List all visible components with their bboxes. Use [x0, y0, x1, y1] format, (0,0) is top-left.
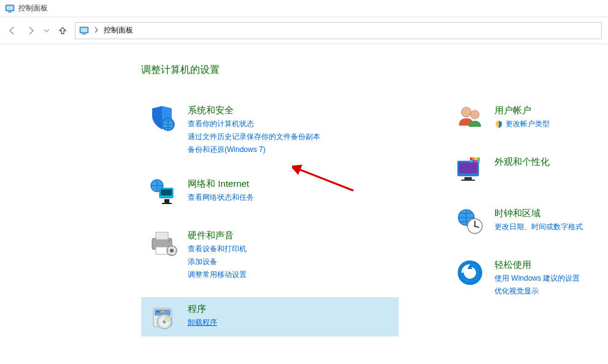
navigation-bar: 控制面板: [0, 17, 608, 44]
category-title[interactable]: 程序: [188, 303, 217, 315]
svg-rect-33: [475, 157, 477, 160]
category-link[interactable]: 更改日期、时间或数字格式: [494, 222, 583, 232]
svg-rect-32: [472, 157, 475, 160]
category-link[interactable]: 使用 Windows 建议的设置: [494, 273, 580, 284]
category-link[interactable]: 优化视觉显示: [494, 286, 580, 297]
ease-of-access-icon: [455, 258, 485, 287]
svg-rect-2: [8, 12, 12, 12]
svg-rect-37: [475, 160, 477, 162]
category-title[interactable]: 硬件和声音: [188, 230, 247, 241]
svg-rect-29: [464, 177, 472, 180]
shield-globe-icon: [148, 104, 178, 133]
category-link-label: 更改帐户类型: [506, 119, 550, 129]
category-clock-region[interactable]: 时钟和区域 更改日期、时间或数字格式: [448, 202, 607, 241]
category-title[interactable]: 外观和个性化: [494, 156, 550, 168]
titlebar: 控制面板: [0, 0, 608, 17]
svg-rect-11: [162, 203, 172, 204]
svg-rect-38: [477, 160, 480, 162]
category-title[interactable]: 网络和 Internet: [188, 178, 254, 190]
history-dropdown[interactable]: [43, 28, 50, 34]
svg-rect-30: [461, 180, 475, 181]
svg-rect-4: [81, 28, 88, 32]
svg-point-17: [170, 249, 174, 252]
users-icon: [455, 104, 485, 133]
chevron-right-icon: [94, 27, 99, 34]
svg-rect-28: [459, 162, 477, 173]
svg-rect-1: [7, 6, 13, 10]
uac-shield-icon: [494, 120, 503, 129]
svg-rect-31: [470, 157, 472, 160]
content-area: 调整计算机的设置 系统和安全 查看你的计算机状态 通过文件历史记录保存你的: [0, 44, 608, 361]
category-ease-of-access[interactable]: 轻松使用 使用 Windows 建议的设置 优化视觉显示: [448, 253, 607, 301]
control-panel-icon: [79, 26, 89, 36]
control-panel-icon: [5, 4, 15, 13]
svg-point-25: [461, 107, 471, 117]
category-title[interactable]: 时钟和区域: [494, 208, 583, 219]
clock-globe-icon: [455, 207, 485, 236]
printer-icon: [148, 229, 178, 258]
category-appearance-personalization[interactable]: 外观和个性化: [448, 150, 607, 189]
svg-rect-9: [161, 189, 172, 195]
category-link[interactable]: 调整常用移动设置: [188, 270, 247, 280]
category-link[interactable]: 查看网络状态和任务: [188, 192, 254, 203]
network-icon: [148, 177, 178, 207]
window-title: 控制面板: [18, 3, 48, 13]
category-system-security[interactable]: 系统和安全 查看你的计算机状态 通过文件历史记录保存你的文件备份副本 备份和还原…: [141, 99, 399, 160]
svg-rect-20: [156, 311, 160, 313]
svg-rect-34: [477, 157, 480, 160]
page-heading: 调整计算机的设置: [141, 64, 608, 77]
category-programs[interactable]: 程序 卸载程序: [141, 297, 399, 336]
category-link[interactable]: 添加设备: [188, 257, 247, 267]
svg-point-41: [474, 226, 476, 227]
monitor-colors-icon: [455, 155, 485, 184]
up-button[interactable]: [56, 25, 69, 37]
forward-button[interactable]: [25, 25, 37, 37]
svg-rect-14: [156, 247, 168, 254]
svg-rect-36: [472, 160, 475, 162]
svg-rect-5: [82, 34, 86, 34]
svg-rect-35: [470, 160, 472, 162]
breadcrumb-root[interactable]: 控制面板: [104, 25, 133, 36]
category-network-internet[interactable]: 网络和 Internet 查看网络状态和任务: [141, 172, 399, 211]
address-bar[interactable]: 控制面板: [75, 22, 602, 39]
category-hardware-sound[interactable]: 硬件和声音 查看设备和打印机 添加设备 调整常用移动设置: [141, 224, 399, 285]
svg-rect-10: [164, 199, 169, 203]
category-title[interactable]: 用户帐户: [494, 105, 550, 116]
svg-point-15: [169, 240, 171, 242]
category-title[interactable]: 系统和安全: [188, 105, 320, 116]
category-link[interactable]: 卸载程序: [188, 317, 217, 328]
category-user-accounts[interactable]: 用户帐户 更改帐户类型: [448, 99, 607, 138]
disc-box-icon: [148, 302, 178, 332]
category-link[interactable]: 更改帐户类型: [494, 119, 550, 129]
category-title[interactable]: 轻松使用: [494, 259, 580, 271]
svg-rect-21: [161, 311, 164, 313]
back-button[interactable]: [6, 25, 18, 37]
category-link[interactable]: 查看设备和打印机: [188, 244, 247, 254]
category-link[interactable]: 通过文件历史记录保存你的文件备份副本: [188, 132, 320, 142]
svg-point-26: [471, 110, 479, 119]
category-link[interactable]: 查看你的计算机状态: [188, 119, 320, 129]
svg-rect-13: [156, 232, 168, 240]
category-link[interactable]: 备份和还原(Windows 7): [188, 145, 320, 155]
